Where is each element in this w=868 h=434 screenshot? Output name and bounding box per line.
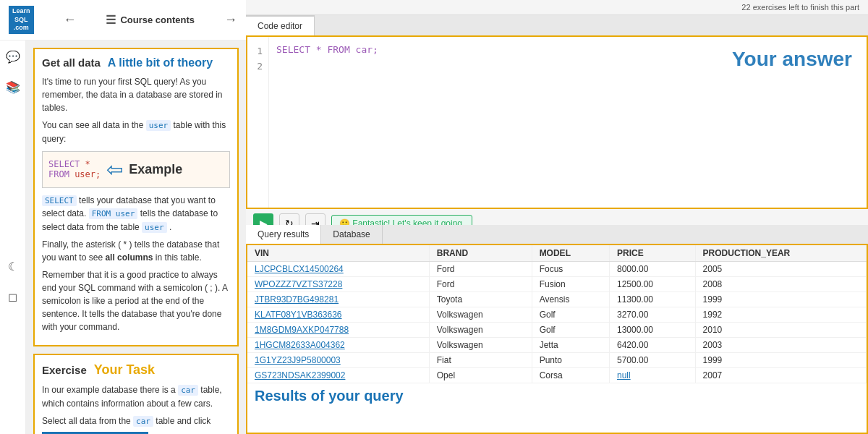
col-model: MODEL <box>532 245 609 262</box>
book-icon[interactable]: 📚 <box>4 78 22 95</box>
code-editor[interactable]: 1 2 SELECT * FROM car; Your answer <box>246 35 868 209</box>
example-box: SELECT * FROM user; ⇦ Example <box>42 151 230 188</box>
results-title: Results of your query <box>247 383 867 407</box>
theory-p2: You can see all data in the user table w… <box>42 119 230 145</box>
col-brand: BRAND <box>429 245 532 262</box>
course-contents-label: ☰ Course contents <box>106 13 195 27</box>
line-numbers: 1 2 <box>247 37 269 208</box>
results-section: Query results Database VIN BRAND MODEL P… <box>246 225 868 435</box>
exercise-title: Exercise <box>42 364 87 376</box>
chat-icon[interactable]: 💬 <box>4 48 22 65</box>
logo: Learn SQL .com <box>9 6 34 34</box>
left-icon-panel: 💬 📚 ☾ ◻ <box>0 41 26 434</box>
results-content: VIN BRAND MODEL PRICE PRODUCTION_YEAR LJ… <box>246 244 868 435</box>
theory-p1: It's time to run your first SQL query! A… <box>42 75 230 114</box>
hamburger-icon: ☰ <box>106 13 116 27</box>
table-row: WPOZZZ7VZTS37228FordFusion12500.002008 <box>247 276 867 292</box>
example-code: SELECT * FROM user; <box>48 159 101 179</box>
grid-icon[interactable]: ◻ <box>4 288 22 305</box>
tab-query-results[interactable]: Query results <box>246 225 321 244</box>
table-row: GS723NDSAK2399002OpelCorsanull2007 <box>247 367 867 383</box>
sidebar: Learn SQL .com ← ☰ Course contents → 💬 📚… <box>0 0 246 434</box>
results-table: VIN BRAND MODEL PRICE PRODUCTION_YEAR LJ… <box>247 245 867 383</box>
exercise-text2: Select all data from the car table and c… <box>42 414 230 428</box>
theory-title: Get all data <box>42 56 101 69</box>
moon-icon[interactable]: ☾ <box>4 258 22 275</box>
sidebar-body: 💬 📚 ☾ ◻ Get all data A little bit of the… <box>0 41 246 434</box>
editor-section: Code editor 1 2 SELECT * FROM car; Your … <box>246 15 868 225</box>
theory-p5: Remember that it is a good practice to a… <box>42 268 230 333</box>
right-panel: 22 exercises left to finish this part Co… <box>246 0 868 434</box>
forward-arrow[interactable]: → <box>224 12 237 27</box>
theory-p4: Finally, the asterisk ( * ) tells the da… <box>42 238 230 264</box>
logo-line2: SQL <box>12 16 30 25</box>
exercise-subtitle: Your Task <box>94 362 155 378</box>
top-nav-bar: Learn SQL .com ← ☰ Course contents → <box>0 0 246 41</box>
user-code-inline: user <box>146 120 171 131</box>
exercise-text1: In our example database there is a car t… <box>42 383 230 410</box>
table-row: 1G1YZ23J9P5800003FiatPunto5700.001999 <box>247 352 867 367</box>
example-label: Example <box>129 162 182 177</box>
your-answer-label: Your answer <box>732 48 852 71</box>
table-row: KLATF08Y1VB363636VolkswagenGolf3270.0019… <box>247 307 867 322</box>
table-row: JTBR93D7BG498281ToyotaAvensis11300.00199… <box>247 292 867 307</box>
tab-database[interactable]: Database <box>321 225 382 244</box>
back-arrow[interactable]: ← <box>63 12 76 27</box>
exercise-header: Exercise Your Task <box>42 362 230 378</box>
editor-tabs: Code editor <box>246 15 868 35</box>
theory-subtitle: A little bit of theory <box>108 56 213 69</box>
exercise-box: Exercise Your Task In our example databa… <box>33 354 239 434</box>
table-row: 1HGCM82633A004362VolkswagenJetta6420.002… <box>247 337 867 352</box>
logo-line3: .com <box>12 24 30 33</box>
exercises-left-label: 22 exercises left to finish this part <box>741 3 859 12</box>
arrow-icon: ⇦ <box>106 158 123 182</box>
theory-p3: SELECT tells your database that you want… <box>42 194 230 234</box>
table-row: 1M8GDM9AXKP047788VolkswagenGolf13000.002… <box>247 322 867 337</box>
top-right-bar: 22 exercises left to finish this part <box>246 0 868 15</box>
table-row: LJCPCBLCX14500264FordFocus8000.002005 <box>247 261 867 276</box>
sidebar-content: Get all data A little bit of theory It's… <box>26 41 246 434</box>
tab-code-editor[interactable]: Code editor <box>246 15 315 35</box>
col-price: PRICE <box>609 245 695 262</box>
theory-header: Get all data A little bit of theory <box>42 56 230 69</box>
col-vin: VIN <box>247 245 429 262</box>
results-tabs: Query results Database <box>246 225 868 244</box>
theory-box: Get all data A little bit of theory It's… <box>33 48 239 346</box>
logo-line1: Learn <box>12 7 30 16</box>
col-year: PRODUCTION_YEAR <box>695 245 866 262</box>
